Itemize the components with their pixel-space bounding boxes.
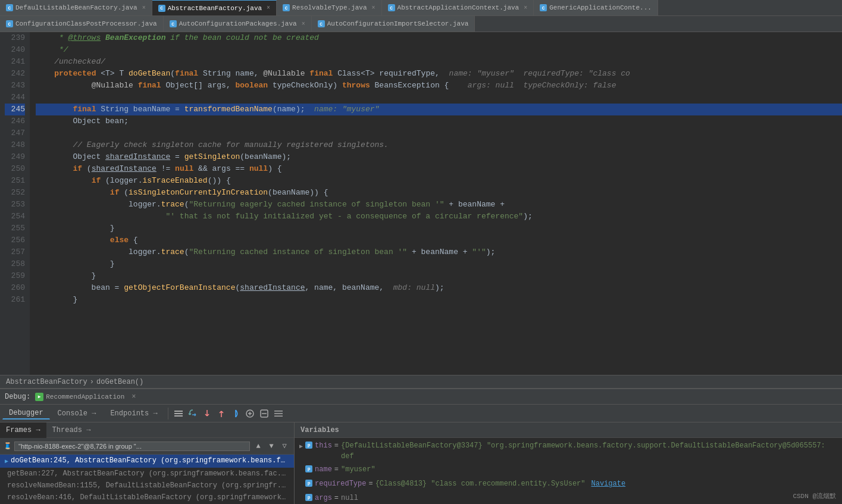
step-into-button[interactable] bbox=[201, 407, 214, 420]
debug-header: Debug: ▶ RecommendApplication × bbox=[0, 389, 842, 405]
var-equals: = bbox=[334, 493, 339, 503]
code-line-260: bean = getObjectForBeanInstance(sharedIn… bbox=[36, 282, 842, 294]
code-line-254: "' that is not fully initialized yet - a… bbox=[36, 211, 842, 223]
close-tab-icon[interactable]: × bbox=[302, 21, 305, 27]
code-line-258: } bbox=[36, 258, 842, 270]
close-debug-icon[interactable]: × bbox=[132, 393, 136, 401]
java-file-icon: C bbox=[6, 20, 13, 27]
close-tab-icon[interactable]: × bbox=[372, 5, 375, 11]
step-over-button[interactable] bbox=[186, 407, 199, 420]
tab-resolvable-type[interactable]: C ResolvableType.java × bbox=[277, 0, 381, 15]
frame-text: doGetBean:245, AbstractBeanFactory (org.… bbox=[11, 456, 289, 465]
tab-abstract-app-context[interactable]: C AbstractApplicationContext.java × bbox=[382, 0, 534, 15]
tab-endpoints[interactable]: Endpoints → bbox=[104, 408, 164, 420]
svg-rect-1 bbox=[174, 413, 183, 414]
variables-list: ▶ p this = {DefaultListableBeanFactory@3… bbox=[295, 438, 842, 504]
code-editor: 239 240 241 242 243 244 245 246 247 248 … bbox=[0, 32, 842, 375]
close-tab-icon[interactable]: × bbox=[267, 5, 270, 11]
java-file-icon: C bbox=[158, 5, 165, 12]
tab-config-class-post-processor[interactable]: C ConfigurationClassPostProcessor.java bbox=[0, 16, 164, 32]
thread-navigation: ▲ ▼ ▽ bbox=[252, 440, 290, 452]
frames-list: ▶ doGetBean:245, AbstractBeanFactory (or… bbox=[0, 455, 294, 504]
var-value: null bbox=[341, 493, 358, 503]
code-line-256: else { bbox=[36, 234, 842, 246]
thread-down-button[interactable]: ▼ bbox=[265, 440, 277, 452]
var-equals: = bbox=[368, 478, 373, 489]
code-line-245: final String beanName = transformedBeanN… bbox=[36, 104, 842, 115]
code-line-252: if (isSingletonCurrentlyInCreation(beanN… bbox=[36, 187, 842, 199]
resume-button[interactable] bbox=[229, 407, 242, 420]
var-name: requiredType bbox=[315, 478, 366, 489]
frame-text: resolveNamedBean:1155, DefaultListableBe… bbox=[7, 481, 289, 490]
code-line-249: Object sharedInstance = getSingleton(bea… bbox=[36, 151, 842, 163]
code-line-247 bbox=[36, 127, 842, 139]
thread-up-button[interactable]: ▲ bbox=[252, 440, 264, 452]
debug-session: ▶ RecommendApplication bbox=[35, 393, 124, 401]
var-value: {DefaultListableBeanFactory@3347} "org.s… bbox=[341, 440, 837, 462]
thread-icon: 🧵 bbox=[4, 442, 12, 450]
code-line-240: */ bbox=[36, 44, 842, 56]
close-tab-icon[interactable]: × bbox=[142, 5, 146, 11]
frame-item-3[interactable]: resolveBean:416, DefaultListableBeanFact… bbox=[0, 492, 294, 503]
frame-arrow-icon: ▶ bbox=[5, 457, 8, 467]
tab-console[interactable]: Console → bbox=[51, 408, 103, 420]
var-name: this bbox=[315, 440, 332, 451]
tab-debugger[interactable]: Debugger bbox=[2, 407, 50, 420]
var-value: {Class@4813} "class com.recommend.entity… bbox=[375, 478, 586, 489]
var-type-icon: p bbox=[305, 494, 312, 501]
toolbar-separator bbox=[168, 408, 168, 420]
tab-default-listable-bean-factory[interactable]: C DefaultListableBeanFactory.java × bbox=[0, 0, 152, 15]
var-equals: = bbox=[334, 440, 339, 451]
java-file-icon: C bbox=[540, 4, 547, 11]
tab-auto-config-packages[interactable]: C AutoConfigurationPackages.java × bbox=[164, 16, 312, 32]
breadcrumb: AbstractBeanFactory › doGetBean() bbox=[0, 375, 842, 388]
tab-generic-app-context[interactable]: C GenericApplicationConte... bbox=[534, 0, 658, 15]
frame-item-2[interactable]: resolveNamedBean:1155, DefaultListableBe… bbox=[0, 480, 294, 492]
var-type-icon: p bbox=[305, 465, 312, 472]
tab-abstract-bean-factory[interactable]: C AbstractBeanFactory.java × bbox=[152, 0, 277, 15]
evaluate-button[interactable] bbox=[243, 407, 256, 420]
var-item-required-type: ▶ p requiredType = {Class@4813} "class c… bbox=[295, 477, 842, 492]
tab-row-2: C ConfigurationClassPostProcessor.java C… bbox=[0, 16, 842, 32]
close-tab-icon[interactable]: × bbox=[524, 5, 527, 11]
svg-rect-2 bbox=[174, 415, 183, 417]
code-line-257: logger.trace("Returning cached instance … bbox=[36, 246, 842, 258]
mute-breakpoints-button[interactable] bbox=[258, 407, 271, 420]
debug-label: Debug: bbox=[5, 393, 30, 401]
var-type-icon: p bbox=[305, 480, 312, 487]
step-out-button[interactable] bbox=[215, 407, 228, 420]
show-execution-point-button[interactable] bbox=[172, 407, 185, 420]
variables-header: Variables bbox=[295, 422, 842, 438]
settings-button[interactable] bbox=[272, 407, 285, 420]
svg-rect-7 bbox=[274, 415, 283, 417]
frame-item-1[interactable]: getBean:227, AbstractBeanFactory (org.sp… bbox=[0, 468, 294, 480]
frame-item-0[interactable]: ▶ doGetBean:245, AbstractBeanFactory (or… bbox=[0, 455, 294, 468]
thread-select-dropdown[interactable]: "http-nio-8188-exec-2"@8,726 in group ".… bbox=[14, 442, 250, 451]
code-line-239: * @throws BeanException if the bean coul… bbox=[36, 32, 842, 44]
code-line-248: // Eagerly check singleton cache for man… bbox=[36, 139, 842, 151]
thread-filter-button[interactable]: ▽ bbox=[278, 440, 290, 452]
frames-panel: Frames → Threads → 🧵 "http-nio-8188-exec… bbox=[0, 422, 295, 504]
tab-row-1: C DefaultListableBeanFactory.java × C Ab… bbox=[0, 0, 842, 16]
frames-threads-header: Frames → Threads → bbox=[0, 422, 294, 438]
code-line-243: @Nullable final Object[] args, boolean t… bbox=[36, 80, 842, 92]
code-line-244 bbox=[36, 92, 842, 104]
code-line-253: logger.trace("Returning eagerly cached i… bbox=[36, 199, 842, 211]
code-line-250: if (sharedInstance != null && args == nu… bbox=[36, 163, 842, 175]
watermark: CSDN @流烟默 bbox=[793, 492, 836, 500]
var-expand-icon[interactable]: ▶ bbox=[299, 442, 303, 452]
code-area[interactable]: * @throws BeanException if the bean coul… bbox=[30, 32, 842, 375]
code-line-255: } bbox=[36, 223, 842, 234]
var-name: args bbox=[315, 493, 332, 503]
breadcrumb-class: AbstractBeanFactory bbox=[6, 378, 87, 386]
tab-auto-config-import-selector[interactable]: C AutoConfigurationImportSelector.java bbox=[312, 16, 475, 32]
code-line-259: } bbox=[36, 270, 842, 282]
tab-threads[interactable]: Threads → bbox=[46, 422, 97, 438]
var-item-this: ▶ p this = {DefaultListableBeanFactory@3… bbox=[295, 439, 842, 463]
var-item-args: ▶ p args = null bbox=[295, 492, 842, 504]
navigate-link[interactable]: Navigate bbox=[591, 478, 626, 489]
debug-area: Debug: ▶ RecommendApplication × Debugger… bbox=[0, 388, 842, 504]
var-item-name: ▶ p name = "myuser" bbox=[295, 463, 842, 477]
tab-frames[interactable]: Frames → bbox=[0, 422, 46, 438]
java-file-icon: C bbox=[6, 4, 13, 11]
